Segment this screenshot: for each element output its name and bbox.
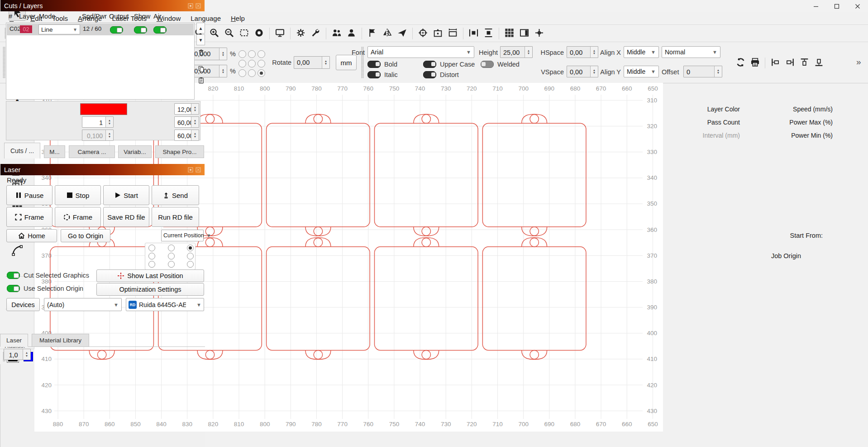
device-port-dropdown[interactable]: (Auto)▼ xyxy=(44,298,122,311)
width-percent-spinner[interactable]: ▲▼ xyxy=(219,48,227,60)
reference-point-bottom-left[interactable] xyxy=(238,69,246,77)
go-to-origin-button[interactable]: Go to Origin xyxy=(61,229,110,242)
dock-window-button[interactable] xyxy=(518,27,531,40)
offset-spinner[interactable]: ▲▼ xyxy=(714,66,722,77)
focus-target-button[interactable] xyxy=(416,27,430,40)
array-grid-button[interactable] xyxy=(503,27,516,40)
users-button[interactable] xyxy=(330,27,343,40)
more-tools-chevron[interactable]: » xyxy=(856,56,861,68)
send-plane-button[interactable] xyxy=(396,27,409,40)
close-panel-icon[interactable] xyxy=(196,3,201,9)
reference-point-top-right[interactable] xyxy=(258,50,265,58)
run-rd-file-button[interactable]: Run RD file xyxy=(152,207,199,227)
laser-titlebar[interactable]: Laser xyxy=(0,164,205,175)
distort-toggle[interactable]: Distort xyxy=(423,71,459,78)
close-panel-icon[interactable] xyxy=(196,167,201,173)
send-button[interactable]: Send xyxy=(152,185,199,205)
frame-circle-button[interactable]: Frame xyxy=(55,207,101,227)
job-origin-top-center[interactable] xyxy=(168,245,175,251)
job-origin-bottom-right[interactable] xyxy=(187,261,194,268)
device-position-button[interactable] xyxy=(431,27,445,40)
rotate-field[interactable]: 0,00▲▼ xyxy=(294,56,330,69)
layer-list[interactable]: C02 02 Line ▼ 12 / 60 xyxy=(6,23,195,100)
pause-button[interactable]: Pause xyxy=(6,185,52,205)
camera-capture-button[interactable] xyxy=(253,27,266,40)
paste-layer-icon[interactable] xyxy=(197,76,205,84)
stop-button[interactable]: Stop xyxy=(55,185,101,205)
align-left-edge-button[interactable] xyxy=(768,58,782,68)
frame-rect-button[interactable]: Frame xyxy=(6,207,52,227)
optimization-settings-button[interactable]: Optimization Settings xyxy=(96,283,204,296)
cuts-panel-tab-5[interactable]: Shape Pro... xyxy=(155,145,204,158)
cuts-panel-tab-3[interactable]: Camera ... xyxy=(69,145,115,158)
job-origin-top-right[interactable] xyxy=(187,245,194,251)
reference-point-bottom-right[interactable] xyxy=(258,69,265,77)
user-button[interactable] xyxy=(345,27,358,40)
distribute-horizontal-button[interactable] xyxy=(467,27,481,40)
font-dropdown[interactable]: Arial▼ xyxy=(367,46,474,58)
home-button[interactable]: Home xyxy=(6,229,57,242)
job-origin-middle-center[interactable] xyxy=(168,253,175,260)
close-button[interactable] xyxy=(847,0,868,12)
layer-show-toggle[interactable] xyxy=(134,26,147,34)
interval-field[interactable]: 0,100▲▼ xyxy=(82,130,114,141)
reference-point-top-center[interactable] xyxy=(248,50,256,58)
save-rd-file-button[interactable]: Save RD file xyxy=(103,207,149,227)
job-origin-bottom-left[interactable] xyxy=(148,261,155,268)
job-origin-middle-left[interactable] xyxy=(148,253,155,260)
reference-point-bottom-center[interactable] xyxy=(248,69,256,77)
dimensions-button[interactable] xyxy=(446,27,460,40)
reference-point-middle-center[interactable] xyxy=(248,60,256,67)
reference-point-middle-right[interactable] xyxy=(258,60,265,67)
print-cut-button[interactable] xyxy=(748,58,762,68)
layer-move-down-button[interactable]: ▼ xyxy=(196,34,205,45)
power-min-field[interactable]: 60,00▲▼ xyxy=(174,130,199,141)
layer-move-up-button[interactable]: ▲ xyxy=(196,23,205,34)
power-min-spinner[interactable]: ▲▼ xyxy=(191,130,199,140)
minimize-button[interactable] xyxy=(806,0,826,12)
power-max-spinner[interactable]: ▲▼ xyxy=(191,117,199,127)
float-panel-icon[interactable] xyxy=(188,3,193,9)
align-right-edge-button[interactable] xyxy=(782,58,797,68)
pass-count-field[interactable]: 1▲▼ xyxy=(82,116,114,128)
cut-selected-graphics-toggle[interactable]: Cut Selected Graphics xyxy=(7,272,89,279)
show-last-position-button[interactable]: Show Last Position xyxy=(96,269,204,282)
align-bottom-edge-button[interactable] xyxy=(811,58,826,68)
rotate-spinner[interactable]: ▲▼ xyxy=(322,57,329,68)
device-select-dropdown[interactable]: RD Ruida 6445G-AEON ▼ xyxy=(126,298,204,311)
position-crosshair-button[interactable] xyxy=(533,27,546,40)
menu-item-help[interactable]: Help xyxy=(226,12,250,24)
cuts-panel-tab-2[interactable]: M... xyxy=(44,145,65,158)
radius-spinner[interactable]: ▲▼ xyxy=(23,349,30,360)
cuts-layers-titlebar[interactable]: Cuts / Layers xyxy=(0,0,205,11)
layer-mode-dropdown[interactable]: Line ▼ xyxy=(38,24,80,34)
job-origin-bottom-center[interactable] xyxy=(168,261,175,268)
job-origin-middle-right[interactable] xyxy=(187,253,194,260)
mirror-horizontal-button[interactable] xyxy=(381,27,394,40)
start-flag-button[interactable] xyxy=(366,27,379,40)
font-height-spinner[interactable]: ▲▼ xyxy=(525,47,532,58)
speed-spinner[interactable]: ▲▼ xyxy=(191,104,199,114)
power-max-field[interactable]: 60,00▲▼ xyxy=(174,116,199,128)
layer-color-swatch[interactable] xyxy=(80,103,127,115)
use-selection-origin-toggle[interactable]: Use Selection Origin xyxy=(7,285,83,292)
device-settings-wrench-button[interactable] xyxy=(309,27,323,40)
zoom-in-button[interactable] xyxy=(208,27,221,40)
align-top-edge-button[interactable] xyxy=(797,58,811,68)
text-style-dropdown[interactable]: Normal▼ xyxy=(662,46,720,58)
float-panel-icon[interactable] xyxy=(188,167,193,173)
reference-point-top-left[interactable] xyxy=(238,50,246,58)
layer-air-toggle[interactable] xyxy=(153,26,167,34)
job-origin-top-left[interactable] xyxy=(148,245,155,251)
start-button[interactable]: Start xyxy=(103,185,149,205)
tab-material-library[interactable]: Material Library xyxy=(32,334,89,347)
reference-point-middle-left[interactable] xyxy=(238,60,246,67)
cuts-panel-tab-4[interactable]: Variab... xyxy=(118,145,152,158)
layer-color-badge[interactable]: 02 xyxy=(20,25,32,33)
upper-case-toggle[interactable]: Upper Case xyxy=(423,61,475,68)
devices-button[interactable]: Devices xyxy=(6,298,40,311)
align-y-dropdown[interactable]: Middle▼ xyxy=(624,66,659,77)
layer-output-toggle[interactable] xyxy=(110,26,123,34)
distribute-vertical-button[interactable] xyxy=(482,27,496,40)
arc-tool[interactable] xyxy=(11,245,24,257)
